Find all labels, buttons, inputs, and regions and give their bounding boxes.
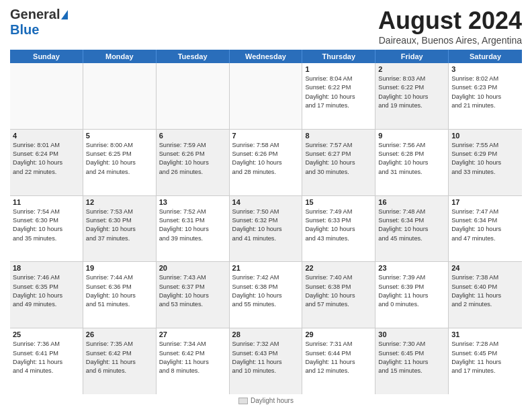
- day-number: 7: [232, 132, 300, 140]
- day-info: Sunrise: 7:52 AM Sunset: 6:31 PM Dayligh…: [159, 208, 226, 243]
- day-info: Sunrise: 8:01 AM Sunset: 6:24 PM Dayligh…: [13, 141, 80, 177]
- calendar-cell: 5Sunrise: 8:00 AM Sunset: 6:25 PM Daylig…: [83, 130, 157, 195]
- day-number: 26: [86, 330, 153, 338]
- day-number: 18: [13, 264, 80, 272]
- calendar-header: Sunday Monday Tuesday Wednesday Thursday…: [10, 50, 522, 63]
- header-thursday: Thursday: [302, 50, 375, 63]
- day-number: 2: [378, 65, 445, 73]
- daylight-legend-box: [238, 398, 248, 404]
- calendar-row-5: 25Sunrise: 7:36 AM Sunset: 6:41 PM Dayli…: [10, 328, 522, 394]
- calendar-cell: 29Sunrise: 7:31 AM Sunset: 6:44 PM Dayli…: [302, 328, 375, 394]
- calendar-cell: 25Sunrise: 7:36 AM Sunset: 6:41 PM Dayli…: [10, 328, 83, 394]
- header-friday: Friday: [375, 50, 449, 63]
- day-number: 10: [451, 132, 519, 140]
- day-info: Sunrise: 7:59 AM Sunset: 6:26 PM Dayligh…: [159, 141, 226, 177]
- calendar-cell: 4Sunrise: 8:01 AM Sunset: 6:24 PM Daylig…: [10, 130, 83, 195]
- day-info: Sunrise: 7:43 AM Sunset: 6:37 PM Dayligh…: [159, 273, 226, 309]
- day-info: Sunrise: 7:32 AM Sunset: 6:43 PM Dayligh…: [232, 340, 300, 375]
- day-info: Sunrise: 7:49 AM Sunset: 6:33 PM Dayligh…: [305, 208, 372, 243]
- calendar-cell: 27Sunrise: 7:34 AM Sunset: 6:42 PM Dayli…: [157, 328, 230, 394]
- header-saturday: Saturday: [449, 50, 522, 63]
- day-number: 24: [451, 264, 519, 272]
- day-number: 17: [451, 198, 519, 206]
- day-number: 23: [378, 264, 445, 272]
- calendar-cell: 12Sunrise: 7:53 AM Sunset: 6:30 PM Dayli…: [83, 196, 157, 262]
- title-location: Daireaux, Buenos Aires, Argentina: [378, 35, 522, 46]
- calendar-cell: 31Sunrise: 7:28 AM Sunset: 6:45 PM Dayli…: [449, 328, 522, 394]
- day-info: Sunrise: 8:04 AM Sunset: 6:22 PM Dayligh…: [305, 75, 372, 110]
- day-info: Sunrise: 7:31 AM Sunset: 6:44 PM Dayligh…: [305, 340, 372, 375]
- day-info: Sunrise: 7:58 AM Sunset: 6:26 PM Dayligh…: [232, 141, 300, 177]
- footer: Daylight hours: [10, 397, 522, 404]
- calendar-body: 1Sunrise: 8:04 AM Sunset: 6:22 PM Daylig…: [10, 63, 522, 394]
- calendar-row-3: 11Sunrise: 7:54 AM Sunset: 6:30 PM Dayli…: [10, 196, 522, 263]
- calendar-cell: 20Sunrise: 7:43 AM Sunset: 6:37 PM Dayli…: [157, 262, 230, 328]
- calendar-cell: [157, 63, 230, 129]
- day-info: Sunrise: 7:30 AM Sunset: 6:45 PM Dayligh…: [378, 340, 445, 375]
- calendar-row-4: 18Sunrise: 7:46 AM Sunset: 6:35 PM Dayli…: [10, 262, 522, 328]
- day-number: 21: [232, 264, 300, 272]
- day-info: Sunrise: 7:46 AM Sunset: 6:35 PM Dayligh…: [13, 273, 80, 309]
- day-number: 22: [305, 264, 372, 272]
- calendar-cell: 17Sunrise: 7:47 AM Sunset: 6:34 PM Dayli…: [449, 196, 522, 262]
- day-number: 25: [13, 330, 80, 338]
- day-number: 30: [378, 330, 445, 338]
- calendar-row-2: 4Sunrise: 8:01 AM Sunset: 6:24 PM Daylig…: [10, 130, 522, 196]
- day-number: 29: [305, 330, 372, 338]
- calendar-cell: 23Sunrise: 7:39 AM Sunset: 6:39 PM Dayli…: [375, 262, 449, 328]
- header-monday: Monday: [83, 50, 157, 63]
- calendar-cell: 13Sunrise: 7:52 AM Sunset: 6:31 PM Dayli…: [157, 196, 230, 262]
- calendar-cell: [230, 63, 303, 129]
- day-info: Sunrise: 8:00 AM Sunset: 6:25 PM Dayligh…: [86, 141, 153, 177]
- day-info: Sunrise: 7:54 AM Sunset: 6:30 PM Dayligh…: [13, 208, 80, 243]
- day-info: Sunrise: 7:57 AM Sunset: 6:27 PM Dayligh…: [305, 141, 372, 177]
- calendar-cell: 22Sunrise: 7:40 AM Sunset: 6:38 PM Dayli…: [302, 262, 375, 328]
- day-number: 1: [305, 65, 372, 73]
- calendar: Sunday Monday Tuesday Wednesday Thursday…: [10, 50, 522, 394]
- calendar-cell: 24Sunrise: 7:38 AM Sunset: 6:40 PM Dayli…: [449, 262, 522, 328]
- header-sunday: Sunday: [10, 50, 83, 63]
- calendar-cell: 28Sunrise: 7:32 AM Sunset: 6:43 PM Dayli…: [230, 328, 303, 394]
- header-wednesday: Wednesday: [230, 50, 303, 63]
- day-number: 4: [13, 132, 80, 140]
- day-number: 16: [378, 198, 445, 206]
- header: General Blue August 2024 Daireaux, Bueno…: [10, 7, 522, 46]
- day-number: 5: [86, 132, 153, 140]
- logo: General Blue: [10, 7, 68, 38]
- day-info: Sunrise: 8:02 AM Sunset: 6:23 PM Dayligh…: [451, 75, 519, 110]
- day-info: Sunrise: 7:50 AM Sunset: 6:32 PM Dayligh…: [232, 208, 300, 243]
- page: General Blue August 2024 Daireaux, Bueno…: [0, 0, 532, 411]
- calendar-cell: 9Sunrise: 7:56 AM Sunset: 6:28 PM Daylig…: [375, 130, 449, 195]
- day-number: 11: [13, 198, 80, 206]
- day-number: 14: [232, 198, 300, 206]
- day-info: Sunrise: 7:53 AM Sunset: 6:30 PM Dayligh…: [86, 208, 153, 243]
- day-info: Sunrise: 7:42 AM Sunset: 6:38 PM Dayligh…: [232, 273, 300, 309]
- calendar-cell: 10Sunrise: 7:55 AM Sunset: 6:29 PM Dayli…: [449, 130, 522, 195]
- calendar-cell: [10, 63, 83, 129]
- calendar-cell: 26Sunrise: 7:35 AM Sunset: 6:42 PM Dayli…: [83, 328, 157, 394]
- day-info: Sunrise: 8:03 AM Sunset: 6:22 PM Dayligh…: [378, 75, 445, 110]
- calendar-cell: 2Sunrise: 8:03 AM Sunset: 6:22 PM Daylig…: [375, 63, 449, 129]
- logo-triangle-icon: [61, 10, 68, 19]
- calendar-cell: 1Sunrise: 8:04 AM Sunset: 6:22 PM Daylig…: [302, 63, 375, 129]
- day-number: 27: [159, 330, 226, 338]
- calendar-cell: 16Sunrise: 7:48 AM Sunset: 6:34 PM Dayli…: [375, 196, 449, 262]
- calendar-cell: 15Sunrise: 7:49 AM Sunset: 6:33 PM Dayli…: [302, 196, 375, 262]
- day-number: 19: [86, 264, 153, 272]
- calendar-cell: 7Sunrise: 7:58 AM Sunset: 6:26 PM Daylig…: [230, 130, 303, 195]
- day-number: 28: [232, 330, 300, 338]
- day-number: 6: [159, 132, 226, 140]
- day-number: 20: [159, 264, 226, 272]
- day-number: 12: [86, 198, 153, 206]
- title-block: August 2024 Daireaux, Buenos Aires, Arge…: [378, 7, 522, 46]
- calendar-cell: 30Sunrise: 7:30 AM Sunset: 6:45 PM Dayli…: [375, 328, 449, 394]
- calendar-cell: 19Sunrise: 7:44 AM Sunset: 6:36 PM Dayli…: [83, 262, 157, 328]
- day-info: Sunrise: 7:44 AM Sunset: 6:36 PM Dayligh…: [86, 273, 153, 309]
- daylight-legend-label: Daylight hours: [251, 397, 294, 404]
- calendar-cell: 6Sunrise: 7:59 AM Sunset: 6:26 PM Daylig…: [157, 130, 230, 195]
- logo-general: General: [10, 7, 60, 22]
- calendar-cell: 18Sunrise: 7:46 AM Sunset: 6:35 PM Dayli…: [10, 262, 83, 328]
- day-info: Sunrise: 7:47 AM Sunset: 6:34 PM Dayligh…: [451, 208, 519, 243]
- calendar-cell: 11Sunrise: 7:54 AM Sunset: 6:30 PM Dayli…: [10, 196, 83, 262]
- calendar-cell: 8Sunrise: 7:57 AM Sunset: 6:27 PM Daylig…: [302, 130, 375, 195]
